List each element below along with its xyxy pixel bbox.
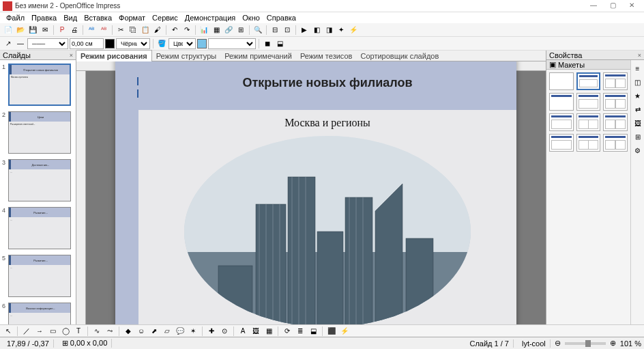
interaction2-icon[interactable]: ⚡: [339, 326, 350, 337]
connector-icon[interactable]: ⤳: [104, 326, 115, 337]
select-icon[interactable]: ↖: [3, 326, 14, 337]
spellcheck-icon[interactable]: ᴬᴮ: [86, 25, 97, 36]
slide-thumb-2[interactable]: 2ЦелиРасширение клиентской...: [8, 111, 72, 154]
maximize-button[interactable]: ▢: [603, 1, 622, 11]
menu-view[interactable]: Вид: [60, 14, 80, 22]
layout-5[interactable]: [576, 93, 601, 111]
arrow-style-icon[interactable]: ↗: [3, 38, 14, 49]
slide-thumb-1[interactable]: 1Открытие новых филиаловМосква и регионы: [8, 64, 72, 106]
line-style-combo[interactable]: ───: [27, 38, 68, 49]
fill-type-combo[interactable]: Цвет: [169, 38, 196, 49]
glue-icon[interactable]: ⊙: [219, 326, 230, 337]
layout-9[interactable]: [603, 113, 628, 131]
fontwork-icon[interactable]: A: [237, 326, 248, 337]
tab-sorter[interactable]: Сортировщик слайдов: [356, 51, 443, 61]
line-color-swatch[interactable]: [105, 39, 115, 48]
arrange-icon[interactable]: ⬓: [274, 38, 285, 49]
menu-format[interactable]: Формат: [115, 14, 149, 22]
new-icon[interactable]: 📄: [3, 25, 14, 36]
canvas[interactable]: Открытие новых филиалов Москва и регионы: [76, 61, 546, 324]
line-width-spin[interactable]: [70, 38, 104, 49]
table-icon[interactable]: ▦: [211, 25, 222, 36]
ellipse-icon[interactable]: ◯: [60, 326, 71, 337]
undo-icon[interactable]: ↶: [169, 25, 180, 36]
rect-icon[interactable]: ▭: [47, 326, 58, 337]
layout-10[interactable]: [549, 134, 574, 152]
zoom-slider[interactable]: [565, 342, 606, 345]
minimize-button[interactable]: —: [584, 1, 603, 11]
layout-11[interactable]: [576, 134, 601, 152]
menu-file[interactable]: Файл: [3, 14, 28, 22]
slideshow-icon[interactable]: ▶: [299, 25, 310, 36]
tab-drawing[interactable]: Режим рисования: [76, 50, 152, 61]
text-icon[interactable]: T: [73, 326, 84, 337]
line-icon[interactable]: ／: [21, 326, 32, 337]
pdf-icon[interactable]: P: [57, 25, 68, 36]
slide-title-box[interactable]: Открытие новых филиалов: [138, 61, 516, 110]
zoom-in-icon[interactable]: ⊕: [610, 339, 616, 348]
zoom-out-icon[interactable]: ⊖: [555, 339, 561, 348]
slides-list[interactable]: 1Открытие новых филиаловМосква и регионы…: [0, 60, 76, 324]
layout-8[interactable]: [576, 113, 601, 131]
tab-handout[interactable]: Режим тезисов: [296, 51, 357, 61]
grid-icon[interactable]: ⊟: [269, 25, 280, 36]
status-slide[interactable]: Слайд 1 / 7: [465, 339, 514, 348]
menu-window[interactable]: Окно: [239, 14, 263, 22]
props-panel-close-icon[interactable]: ×: [638, 52, 641, 59]
redo-icon[interactable]: ↷: [181, 25, 192, 36]
cut-icon[interactable]: ✂: [115, 25, 126, 36]
open-icon[interactable]: 📂: [15, 25, 26, 36]
layouts-section-title[interactable]: ▣Макеты: [546, 60, 630, 70]
transition-tab-icon[interactable]: ⇄: [632, 104, 643, 115]
layout-blank[interactable]: [549, 72, 574, 90]
rotate-icon[interactable]: ⟳: [282, 326, 293, 337]
layout-12[interactable]: [603, 134, 628, 152]
close-button[interactable]: ✕: [622, 1, 641, 11]
fill-icon[interactable]: 🪣: [156, 38, 167, 49]
layout-4[interactable]: [549, 93, 574, 111]
brush-icon[interactable]: 🖌: [152, 25, 163, 36]
properties-tab-icon[interactable]: ≡: [632, 63, 643, 74]
copy-icon[interactable]: ⿻: [128, 25, 138, 36]
slide-thumb-4[interactable]: 4Развитие......: [8, 207, 72, 249]
arrow-line-icon[interactable]: →: [34, 326, 45, 337]
tab-outline[interactable]: Режим структуры: [152, 51, 221, 61]
layout-title-2content[interactable]: [603, 72, 628, 90]
paste-icon[interactable]: 📋: [140, 25, 151, 36]
animation-icon[interactable]: ✦: [336, 25, 347, 36]
slide-design-icon[interactable]: ◧: [311, 25, 322, 36]
layout-6[interactable]: [603, 93, 628, 111]
slide-thumb-5[interactable]: 5Развитие......: [8, 255, 72, 297]
extrusion-icon[interactable]: ⬛: [326, 326, 337, 337]
master-pages-tab-icon[interactable]: ◫: [632, 76, 643, 87]
shadow-icon[interactable]: ◼: [262, 38, 273, 49]
save-icon[interactable]: 💾: [27, 25, 38, 36]
hyperlink-icon[interactable]: 🔗: [223, 25, 234, 36]
interaction-icon[interactable]: ⚡: [348, 25, 359, 36]
symbol-shapes-icon[interactable]: ☺: [136, 326, 147, 337]
curve-icon[interactable]: ∿: [91, 326, 102, 337]
line-color-combo[interactable]: Чёрный: [116, 38, 150, 49]
email-icon[interactable]: ✉: [40, 25, 50, 36]
slide-body[interactable]: Москва и регионы: [138, 110, 516, 325]
menu-insert[interactable]: Вставка: [80, 14, 115, 22]
gallery-tab-icon[interactable]: 🖼: [632, 117, 643, 128]
fill-color-swatch[interactable]: [197, 39, 207, 48]
slide-layout-icon[interactable]: ◨: [323, 25, 334, 36]
stars-icon[interactable]: ✶: [188, 326, 199, 337]
menu-edit[interactable]: Правка: [28, 14, 60, 22]
gallery-icon[interactable]: ▦: [263, 326, 274, 337]
slide-image-oval[interactable]: [184, 136, 471, 325]
navigator-tab-icon[interactable]: ⊞: [632, 131, 643, 142]
guidelines-icon[interactable]: ⊡: [282, 25, 293, 36]
slides-panel-close-icon[interactable]: ×: [70, 52, 73, 59]
arrange2-icon[interactable]: ⬓: [308, 326, 319, 337]
callouts-icon[interactable]: 💬: [175, 326, 186, 337]
menu-help[interactable]: Справка: [263, 14, 299, 22]
animation-tab-icon[interactable]: ★: [632, 90, 643, 101]
zoom-icon[interactable]: 🔍: [252, 25, 263, 36]
layout-title-content[interactable]: [576, 72, 601, 90]
points-icon[interactable]: ✚: [206, 326, 217, 337]
line-style-icon[interactable]: —: [15, 38, 26, 49]
menu-presentation[interactable]: Демонстрация: [181, 14, 239, 22]
